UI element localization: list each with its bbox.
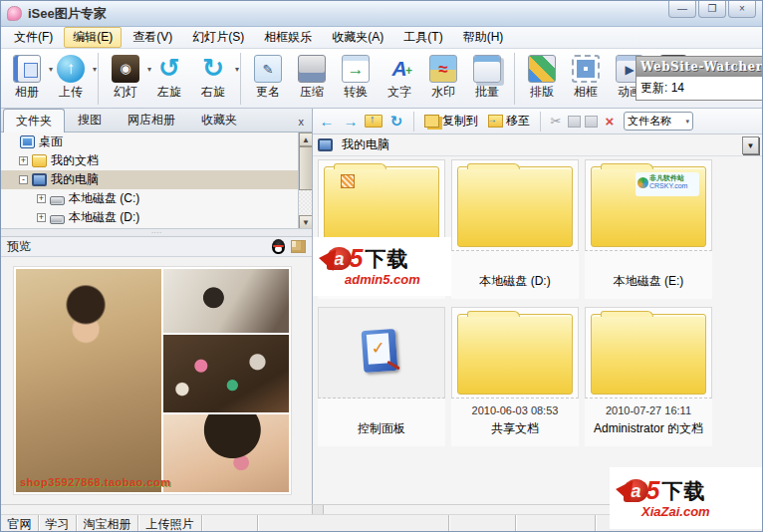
refresh-icon[interactable]: ↻: [386, 113, 406, 131]
scrollbar-thumb[interactable]: [299, 146, 312, 190]
drive-icon: [50, 196, 65, 205]
expander-icon[interactable]: -: [19, 175, 28, 184]
toolbar-separator: [98, 53, 99, 105]
menu-slideshow[interactable]: 幻灯片(S): [183, 27, 253, 48]
text-icon: A: [385, 55, 413, 83]
tab-favorites[interactable]: 收藏夹: [188, 108, 250, 132]
statusbar-link-official-site[interactable]: 官网: [1, 515, 39, 532]
cut-icon: ✂: [548, 114, 564, 129]
menu-view[interactable]: 查看(V): [124, 27, 181, 48]
sidebar-tabstrip: 文件夹 搜图 网店相册 收藏夹 x: [1, 109, 312, 133]
folder-thumbnail: [457, 166, 573, 247]
sort-by-select[interactable]: 文件名称 ▾: [624, 112, 693, 131]
popup-title: WebSite-Watcher: [636, 57, 763, 77]
copy-to-icon: [424, 115, 439, 128]
menu-favorites[interactable]: 收藏夹(A): [323, 27, 392, 48]
toolbar-separator: [240, 53, 241, 105]
compress-button[interactable]: 压缩: [290, 51, 334, 99]
expander-icon[interactable]: +: [19, 156, 28, 165]
scroll-down-icon[interactable]: ▼: [299, 215, 312, 229]
text-button[interactable]: A 文字: [378, 51, 421, 99]
file-grid: 本地磁盘 (D:) 非凡软件站 CRSKY.com 本地磁盘 (E:) 控制面板: [313, 156, 763, 504]
grid-item-drive-e[interactable]: 非凡软件站 CRSKY.com 本地磁盘 (E:): [585, 159, 712, 299]
tab-shop-album[interactable]: 网店相册: [115, 108, 188, 132]
folder-up-icon[interactable]: [365, 115, 382, 128]
menu-file[interactable]: 文件(F): [5, 27, 62, 48]
scroll-up-icon[interactable]: ▲: [299, 133, 312, 146]
panel-splitter[interactable]: ····: [1, 229, 312, 237]
minimize-button[interactable]: —: [668, 1, 696, 18]
watermark-button[interactable]: ≈ 水印: [421, 51, 465, 99]
rotate-right-icon: ↻: [199, 55, 227, 83]
preview-header: 预览: [1, 237, 312, 257]
close-button[interactable]: ×: [728, 1, 756, 18]
photo-caption: shop35927868.taobao.com: [20, 476, 171, 488]
maximize-button[interactable]: ❐: [698, 1, 726, 18]
grid-item-shared-documents[interactable]: 2010-06-03 08:53 共享文档: [451, 307, 579, 446]
expander-icon[interactable]: +: [37, 194, 46, 203]
address-bar: 我的电脑 ▼: [313, 134, 763, 156]
menu-frame-fun[interactable]: 相框娱乐: [255, 27, 321, 48]
batch-icon: [473, 55, 501, 83]
menu-help[interactable]: 帮助(H): [454, 27, 513, 48]
tab-folders[interactable]: 文件夹: [3, 109, 65, 133]
move-to-button[interactable]: 移至: [485, 112, 533, 131]
dropdown-arrow-icon[interactable]: ▾: [235, 65, 239, 74]
preview-photo[interactable]: shop35927868.taobao.com: [14, 267, 291, 494]
sidebar-close-icon[interactable]: x: [293, 116, 311, 132]
title-bar: iSee图片专家 — ❐ ×: [1, 1, 762, 27]
statusbar-link-taobao-album[interactable]: 淘宝相册: [77, 515, 138, 532]
frame-icon: [572, 55, 600, 83]
slideshow-button[interactable]: ◉ 幻灯 ▾: [104, 51, 147, 99]
rotate-left-button[interactable]: ↺ 左旋: [147, 51, 191, 99]
rename-button[interactable]: ✎ 更名: [246, 51, 290, 99]
preview-title: 预览: [7, 238, 31, 255]
tree-scrollbar[interactable]: ▲ ▼: [298, 133, 312, 229]
statusbar-link-upload-photos[interactable]: 上传照片: [138, 515, 202, 532]
tree-item-my-computer[interactable]: - 我的电脑: [1, 170, 312, 189]
statusbar-cell: [202, 515, 258, 532]
rotate-left-icon: ↺: [155, 55, 183, 83]
tab-search-images[interactable]: 搜图: [65, 108, 115, 132]
album-button[interactable]: 相册 ▾: [5, 51, 49, 99]
slideshow-icon: ◉: [112, 55, 139, 83]
menu-tools[interactable]: 工具(T): [394, 27, 451, 48]
menu-edit[interactable]: 编辑(E): [64, 27, 122, 48]
app-logo-icon: [7, 6, 22, 21]
a5-swoosh-icon: [615, 478, 634, 502]
histogram-icon[interactable]: [291, 240, 306, 253]
grid-item-drive-d[interactable]: 本地磁盘 (D:): [451, 159, 579, 299]
frame-button[interactable]: 相框: [564, 51, 608, 99]
tree-item-my-documents[interactable]: + 我的文档: [1, 151, 312, 170]
rotate-right-button[interactable]: ↻ 右旋 ▾: [191, 51, 235, 99]
grid-item-control-panel[interactable]: 控制面板: [318, 307, 445, 446]
photo-middle-right: [163, 335, 289, 412]
qq-share-icon[interactable]: [272, 239, 285, 254]
tree-item-drive-d[interactable]: + 本地磁盘 (D:): [1, 208, 312, 227]
window-title: iSee图片专家: [28, 5, 107, 23]
tree-item-drive-e[interactable]: + 本地磁盘 (E:): [1, 227, 312, 229]
popup-update-count: 更新: 14: [636, 77, 763, 100]
photo-bottom-right: [163, 414, 289, 492]
address-dropdown-button[interactable]: ▼: [742, 136, 759, 154]
a5-swoosh-icon: [318, 246, 337, 270]
statusbar-link-learn[interactable]: 学习: [39, 515, 77, 532]
dropdown-arrow-icon[interactable]: ▾: [93, 65, 97, 74]
delete-icon[interactable]: ×: [602, 113, 618, 130]
layout-icon: [528, 55, 556, 83]
paste-icon: [585, 116, 598, 128]
copy-to-button[interactable]: 复制到: [421, 112, 481, 131]
folder-tree: 桌面 + 我的文档 - 我的电脑 + 本地磁盘 (C:): [1, 133, 312, 229]
tree-item-drive-c[interactable]: + 本地磁盘 (C:): [1, 189, 312, 208]
watermark-icon: ≈: [429, 55, 457, 83]
back-icon[interactable]: ←: [317, 113, 337, 130]
forward-icon[interactable]: →: [341, 113, 361, 130]
statusbar-cell: [449, 515, 516, 532]
expander-icon[interactable]: +: [37, 213, 46, 222]
convert-button[interactable]: → 转换: [334, 51, 378, 99]
layout-button[interactable]: 排版: [520, 51, 564, 99]
batch-button[interactable]: 批量: [465, 51, 509, 99]
tree-item-desktop[interactable]: 桌面: [1, 133, 312, 151]
grid-item-administrator-documents[interactable]: 2010-07-27 16:11 Administrator 的文档: [585, 307, 712, 446]
upload-button[interactable]: ↑ 上传 ▾: [49, 51, 93, 99]
